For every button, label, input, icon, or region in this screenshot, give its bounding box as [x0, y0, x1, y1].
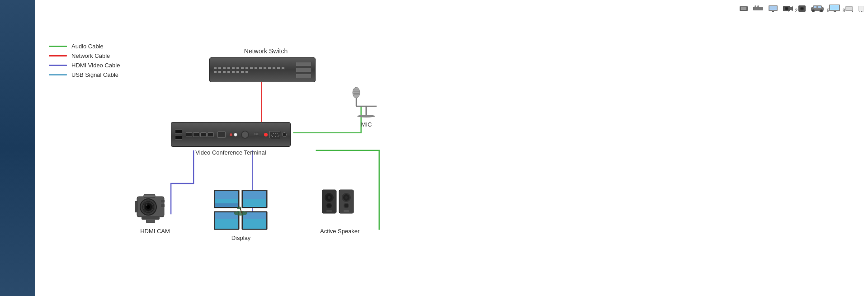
- legend-line-audio: [49, 46, 67, 47]
- svg-point-45: [275, 136, 276, 137]
- vct-label: Video Conference Terminal: [171, 149, 291, 156]
- speaker-icon: [322, 188, 358, 224]
- cam-icon: [135, 190, 175, 224]
- svg-rect-1: [741, 7, 746, 10]
- svg-rect-58: [142, 216, 160, 220]
- top-device-strip: [740, 0, 868, 14]
- diagram-area: Network Switch: [126, 14, 859, 296]
- switch-module: [296, 68, 311, 72]
- speaker-label: Active Speaker: [320, 228, 359, 235]
- legend-audio: Audio Cable: [49, 43, 120, 50]
- vct-vga-port: [269, 131, 280, 138]
- svg-point-87: [345, 196, 348, 199]
- strip-device-router: [753, 5, 763, 12]
- switch-port: [227, 70, 231, 73]
- svg-rect-6: [769, 6, 777, 10]
- switch-port: [213, 70, 217, 73]
- switch-port: [263, 67, 267, 70]
- svg-marker-11: [790, 6, 793, 11]
- switch-ports: [213, 67, 286, 73]
- svg-point-3: [755, 5, 756, 7]
- switch-body: [209, 57, 316, 82]
- legend-label-hdmi: HDMI Video Cable: [71, 62, 120, 69]
- switch-port: [222, 67, 226, 70]
- mic-icon: [352, 84, 381, 117]
- strip-device-camera: [783, 5, 793, 12]
- svg-rect-7: [772, 11, 774, 12]
- switch-port: [236, 70, 240, 73]
- switch-port: [277, 67, 280, 70]
- svg-point-42: [277, 133, 278, 134]
- vct-body: CE: [171, 122, 291, 147]
- switch-port: [241, 70, 244, 73]
- svg-rect-2: [753, 7, 763, 10]
- cam-device: HDMI CAM: [135, 190, 175, 235]
- vct-hdmi-port: [186, 132, 192, 137]
- switch-port: [241, 67, 244, 70]
- vct-hdmi-port: [200, 132, 207, 137]
- switch-port: [250, 67, 253, 70]
- vct-hdmi-port: [208, 132, 214, 137]
- svg-point-40: [273, 133, 274, 134]
- network-switch: Network Switch: [209, 47, 322, 82]
- switch-port: [218, 70, 222, 73]
- display-icon: [214, 190, 268, 230]
- svg-point-76: [237, 207, 241, 209]
- mic-device: MIC: [352, 84, 381, 128]
- switch-port: [222, 70, 226, 73]
- network-switch-label: Network Switch: [209, 47, 322, 55]
- svg-rect-56: [161, 200, 165, 202]
- switch-port: [254, 67, 258, 70]
- svg-point-29: [357, 115, 375, 117]
- svg-rect-18: [818, 6, 821, 8]
- svg-point-41: [275, 133, 276, 134]
- switch-port: [218, 67, 222, 70]
- vct-audio-jack: [282, 132, 287, 137]
- svg-rect-55: [144, 194, 155, 197]
- switch-port: [227, 67, 231, 70]
- legend: Audio Cable Network Cable HDMI Video Cab…: [49, 43, 120, 81]
- svg-rect-23: [834, 11, 835, 12]
- svg-rect-70: [215, 219, 238, 229]
- svg-point-52: [146, 204, 147, 206]
- left-sidebar: [0, 0, 35, 296]
- svg-rect-67: [243, 199, 266, 207]
- switch-port: [213, 67, 217, 70]
- svg-point-39: [271, 135, 272, 136]
- vct-device: CE Video Conference Terminal: [171, 122, 291, 156]
- svg-rect-27: [859, 6, 863, 11]
- svg-rect-90: [344, 210, 349, 212]
- switch-port: [259, 67, 262, 70]
- switch-module: [296, 74, 311, 78]
- mic-label: MIC: [352, 121, 381, 128]
- legend-hdmi: HDMI Video Cable: [49, 62, 120, 69]
- legend-line-network: [49, 55, 67, 56]
- main-content: 1 2 3 4 5 6 7 8 9 10: [35, 0, 868, 296]
- legend-line-usb: [49, 74, 67, 75]
- switch-sfp-modules: [296, 62, 311, 78]
- switch-port: [281, 67, 285, 70]
- vct-usb-port: [175, 129, 182, 134]
- svg-point-82: [327, 204, 331, 207]
- switch-port: [236, 67, 240, 70]
- vct-hdmi-port: [193, 132, 199, 137]
- switch-port: [231, 70, 235, 73]
- vct-xlr-port: [241, 131, 249, 139]
- vct-rca-white: [234, 133, 237, 136]
- legend-usb: USB Signal Cable: [49, 71, 120, 78]
- vct-rj45-port: [217, 132, 226, 138]
- strip-device-phone: [740, 5, 748, 12]
- switch-port: [231, 67, 235, 70]
- svg-rect-34: [354, 93, 359, 95]
- strip-device-speaker-small: [798, 5, 806, 12]
- svg-point-74: [234, 211, 247, 216]
- svg-point-14: [801, 8, 803, 9]
- svg-rect-83: [326, 210, 332, 212]
- svg-point-80: [328, 196, 330, 199]
- svg-point-10: [786, 8, 788, 10]
- svg-point-4: [757, 5, 759, 7]
- svg-rect-22: [830, 5, 839, 10]
- svg-point-43: [278, 135, 279, 136]
- legend-label-network: Network Cable: [71, 52, 110, 59]
- strip-device-car: [811, 5, 824, 12]
